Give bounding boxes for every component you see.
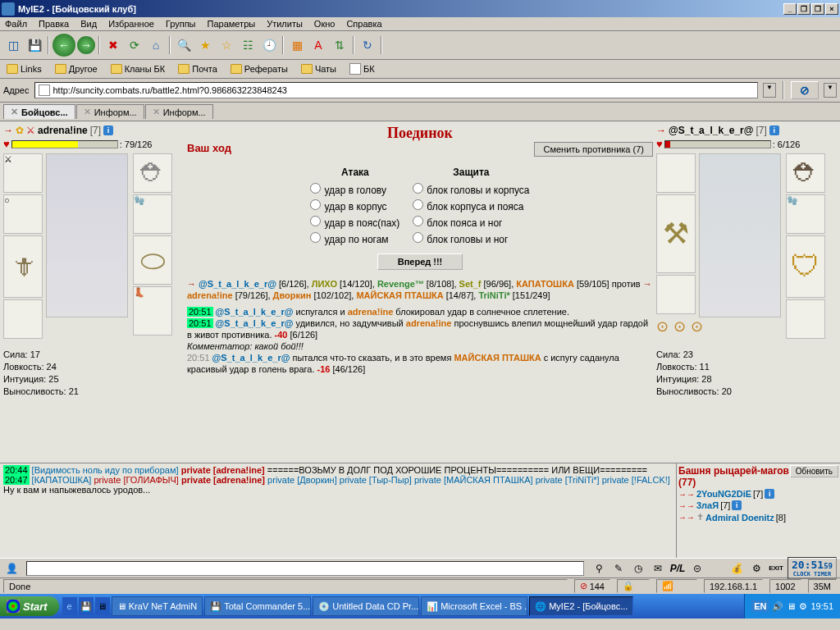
task-item-1[interactable]: 💾 Total Commander 5...	[204, 596, 311, 616]
equip-shield[interactable]: ⬭	[133, 235, 172, 285]
task-item-0[interactable]: 🖥 KraV NeT AdmiN	[112, 596, 203, 616]
tray-icon[interactable]: 🔊	[772, 601, 783, 612]
link-refs[interactable]: Рефераты	[227, 62, 291, 75]
start-button[interactable]: Start	[0, 596, 59, 616]
exit-icon[interactable]: EXIT	[768, 560, 784, 577]
go-button[interactable]: ⊘	[791, 81, 819, 99]
minimize-button[interactable]: _	[783, 3, 797, 15]
attack-radio-0[interactable]	[310, 183, 321, 194]
equip-gloves[interactable]: 🧤	[786, 194, 825, 234]
combat-go-button[interactable]: Вперед !!!	[377, 253, 463, 270]
tool1-icon[interactable]: ▦	[287, 35, 307, 55]
attack-radio-2[interactable]	[310, 216, 321, 226]
restore-button[interactable]: ❐	[797, 3, 810, 15]
link-clans[interactable]: Кланы БК	[107, 62, 169, 75]
save-icon[interactable]: 💾	[25, 35, 44, 55]
add-fav-icon[interactable]: ☆	[217, 35, 236, 55]
equip-mace[interactable]: ⚒	[656, 194, 696, 273]
link-other[interactable]: Другое	[52, 62, 101, 75]
restore2-button[interactable]: ❐	[811, 3, 824, 15]
new-tab-icon[interactable]: ◫	[3, 35, 23, 55]
tab-1[interactable]: ✕Информ...	[76, 104, 144, 119]
menu-help[interactable]: Справка	[346, 19, 381, 29]
user-item[interactable]: →→3лаЯ[7]i	[678, 500, 838, 511]
btn7-icon[interactable]: 💰	[728, 560, 745, 577]
btn4-icon[interactable]: ✉	[650, 560, 666, 577]
tray-lang[interactable]: EN	[751, 600, 769, 612]
btn3-icon[interactable]: ◷	[630, 560, 646, 577]
task-item-2[interactable]: 💿 Untitled Data CD Pr...	[313, 596, 419, 616]
attack-radio-3[interactable]	[310, 232, 321, 243]
defense-radio-0[interactable]	[413, 183, 423, 194]
menu-groups[interactable]: Группы	[166, 19, 196, 29]
player-right-name[interactable]: @S_t_a_l_k_e_r@	[669, 125, 753, 136]
menu-options[interactable]: Параметры	[208, 19, 256, 29]
quick-save-icon[interactable]: 💾	[79, 597, 94, 615]
task-item-4[interactable]: 🌐 MyIE2 - [Бойцовс...	[529, 596, 633, 616]
quick-desktop-icon[interactable]: 🖥	[95, 597, 110, 615]
menu-utils[interactable]: Утилиты	[267, 19, 303, 29]
defense-radio-3[interactable]	[413, 232, 423, 243]
chat-input[interactable]	[26, 561, 584, 576]
tool3-icon[interactable]: ⇅	[330, 35, 349, 55]
equip-weapon[interactable]: 🗡	[3, 235, 43, 298]
task-item-3[interactable]: 📊 Microsoft Excel - BS ...	[421, 596, 527, 616]
menu-window[interactable]: Окно	[314, 19, 336, 29]
info-icon[interactable]: i	[769, 126, 779, 135]
tab-2[interactable]: ✕Информ...	[145, 104, 213, 119]
tool2-icon[interactable]: A	[308, 35, 328, 55]
equip-slot[interactable]: ○	[3, 194, 43, 234]
user-item[interactable]: →→✝Admiral Doenitz[8]	[678, 511, 838, 523]
equip-slot[interactable]	[3, 299, 43, 339]
speak-icon[interactable]: 👤	[3, 560, 20, 577]
quick-ie-icon[interactable]: e	[62, 597, 77, 615]
forward-button[interactable]: →	[77, 36, 95, 54]
tray-icon[interactable]: 🖥	[787, 601, 796, 611]
btn2-icon[interactable]: ✎	[610, 560, 627, 577]
close-button[interactable]: ×	[825, 3, 838, 15]
menu-file[interactable]: Файл	[5, 19, 27, 29]
player-left-name[interactable]: adrena!ine	[38, 125, 88, 136]
equip-grid-left: ⚔ ○ 🗡 ⛑ 🧤 ⬭ 👢	[3, 153, 184, 342]
equip-shield[interactable]: 🛡	[786, 235, 825, 298]
link-mail[interactable]: Почта	[175, 62, 221, 75]
favorites-icon[interactable]: ★	[195, 35, 215, 55]
equip-helm[interactable]: ⛑	[133, 153, 172, 193]
btn8-icon[interactable]: ⚙	[748, 560, 765, 577]
defense-radio-2[interactable]	[413, 216, 423, 226]
menu-view[interactable]: Вид	[80, 19, 97, 29]
tool4-icon[interactable]: ↻	[358, 35, 377, 55]
equip-helm[interactable]: ⛑	[786, 153, 825, 193]
groups-icon[interactable]: ☷	[238, 35, 258, 55]
history-icon[interactable]: 🕘	[259, 35, 279, 55]
tray-icon[interactable]: ⚙	[799, 601, 807, 612]
equip-boots[interactable]: 👢	[133, 286, 172, 336]
refresh-button[interactable]: ⟳	[125, 35, 144, 55]
link-chats[interactable]: Чаты	[298, 62, 340, 75]
equip-slot[interactable]: 🧤	[133, 194, 172, 234]
refresh-chat-button[interactable]: Обновить	[790, 465, 838, 477]
change-opponent-button[interactable]: Сменить противника (7)	[534, 142, 653, 157]
defense-radio-1[interactable]	[413, 199, 423, 210]
go-dropdown[interactable]: ▼	[824, 83, 837, 98]
back-button[interactable]: ←	[52, 34, 75, 57]
tab-0[interactable]: ✕Бойцовс...	[3, 104, 75, 119]
address-dropdown[interactable]: ▼	[763, 83, 776, 98]
user-item[interactable]: →→2YouNG2DiE[7]i	[678, 488, 838, 500]
equip-slot[interactable]	[786, 299, 825, 339]
address-input[interactable]: http://suncity.combats.ru/battle2.html?0…	[34, 82, 759, 98]
equip-slot[interactable]	[656, 153, 696, 193]
attack-radio-1[interactable]	[310, 199, 321, 210]
btn5-icon[interactable]: P/L	[669, 560, 686, 577]
link-bk[interactable]: БК	[346, 62, 378, 76]
equip-slot[interactable]: ⚔	[3, 153, 43, 193]
search-icon[interactable]: 🔍	[174, 35, 194, 55]
stop-button[interactable]: ✖	[103, 35, 123, 55]
equip-slot[interactable]	[656, 275, 696, 314]
btn6-icon[interactable]: ⊝	[689, 560, 705, 577]
btn1-icon[interactable]: ⚲	[591, 560, 607, 577]
home-button[interactable]: ⌂	[146, 35, 166, 55]
info-icon[interactable]: i	[103, 126, 113, 135]
menu-edit[interactable]: Правка	[39, 19, 69, 29]
menu-favorites[interactable]: Избранное	[108, 19, 154, 29]
